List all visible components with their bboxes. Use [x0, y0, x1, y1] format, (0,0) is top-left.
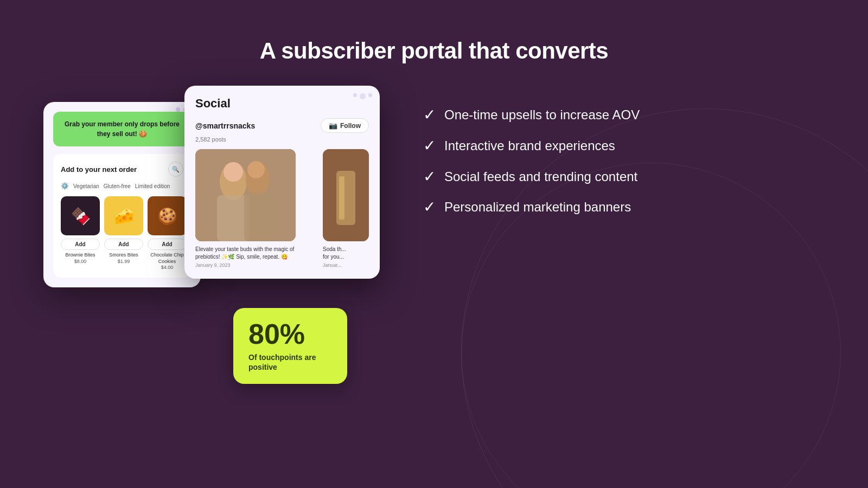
svg-rect-4	[244, 192, 274, 241]
feed-date: January 9, 2023	[195, 262, 318, 268]
feature-text-2: Interactive brand experiences	[444, 138, 615, 154]
social-profile: @smartrrsnacks 📷 Follow	[195, 118, 369, 133]
feature-text-1: One-time upsells to increase AOV	[444, 107, 640, 123]
check-icon-1: ✓	[423, 107, 436, 123]
feed-caption-side: Soda th...for you... Januar...	[323, 246, 369, 268]
brownie-name: Brownie Bites	[61, 252, 100, 259]
social-feed: Elevate your taste buds with the magic o…	[195, 149, 369, 268]
social-dots	[353, 93, 372, 99]
list-item: 🍫 Add Brownie Bites $8.00	[61, 196, 100, 270]
add-cookie-button[interactable]: Add	[148, 239, 187, 250]
brownie-emoji: 🍫	[71, 207, 91, 226]
follow-button[interactable]: 📷 Follow	[321, 118, 369, 133]
filter-icon: ⚙️	[61, 182, 69, 190]
feed-caption-text: Elevate your taste buds with the magic o…	[195, 246, 318, 261]
page-title: A subscriber portal that converts	[0, 0, 868, 64]
brownie-price: $8.00	[61, 259, 100, 264]
smores-price: $1.99	[104, 259, 143, 264]
feature-item-3: ✓ Social feeds and trending content	[423, 169, 825, 185]
add-smores-button[interactable]: Add	[104, 239, 143, 250]
follow-label: Follow	[340, 122, 361, 130]
friends-photo	[195, 149, 296, 241]
add-to-order-section: Add to your next order 🔍 ⚙️ Vegetarian G…	[53, 154, 191, 278]
feature-item-2: ✓ Interactive brand experiences	[423, 138, 825, 154]
soda-photo	[323, 149, 369, 241]
stat-percent: 80%	[248, 320, 332, 348]
social-handle: @smartrrsnacks	[195, 121, 255, 130]
cookie-name: Chocolate Chip Cookies	[148, 252, 187, 265]
add-to-order-header: Add to your next order 🔍	[61, 162, 183, 177]
feature-text-4: Personalized marketing banners	[444, 200, 631, 215]
product-card: Grab your member only drops before they …	[43, 102, 201, 287]
feed-date-side: Januar...	[323, 262, 369, 268]
feed-post-main: Elevate your taste buds with the magic o…	[195, 149, 318, 268]
svg-point-5	[224, 162, 243, 182]
list-item: 🍪 Add Chocolate Chip Cookies $4.00	[148, 196, 187, 270]
feed-caption-side-text: Soda th...for you...	[323, 246, 369, 261]
features-list: ✓ One-time upsells to increase AOV ✓ Int…	[423, 86, 825, 230]
smores-emoji: 🧀	[114, 207, 134, 226]
cookie-image: 🍪	[148, 196, 187, 235]
search-icon: 🔍	[172, 166, 180, 173]
smores-name: Smores Bites	[104, 252, 143, 259]
svg-rect-9	[339, 176, 344, 220]
filter-tabs: ⚙️ Vegetarian Gluten-free Limited editio…	[61, 182, 183, 190]
svg-point-6	[247, 161, 265, 178]
check-icon-2: ✓	[423, 138, 436, 153]
filter-limited-edition[interactable]: Limited edition	[135, 183, 170, 189]
list-item: 🧀 Add Smores Bites $1.99	[104, 196, 143, 270]
instagram-icon: 📷	[329, 121, 337, 130]
add-brownie-button[interactable]: Add	[61, 239, 100, 250]
feature-item-4: ✓ Personalized marketing banners	[423, 200, 825, 215]
cookie-price: $4.00	[148, 265, 187, 270]
main-layout: Grab your member only drops before they …	[0, 64, 868, 368]
filter-vegetarian[interactable]: Vegetarian	[73, 183, 99, 189]
search-button[interactable]: 🔍	[168, 162, 183, 177]
s-dot-2	[360, 93, 366, 99]
stat-description: Of touchpoints are positive	[248, 352, 332, 372]
add-to-order-title: Add to your next order	[61, 165, 137, 174]
posts-count: 2,582 posts	[195, 136, 369, 143]
s-dot-1	[353, 93, 357, 97]
feature-text-3: Social feeds and trending content	[444, 169, 637, 185]
check-icon-3: ✓	[423, 169, 436, 184]
feature-item-1: ✓ One-time upsells to increase AOV	[423, 107, 825, 123]
social-card: Social @smartrrsnacks 📷 Follow 2,582 pos…	[184, 86, 380, 279]
member-drops-banner: Grab your member only drops before they …	[53, 112, 191, 146]
social-card-title: Social	[195, 97, 369, 111]
feed-post-side: Soda th...for you... Januar...	[323, 149, 369, 268]
filter-gluten-free[interactable]: Gluten-free	[104, 183, 131, 189]
brownie-image: 🍫	[61, 196, 100, 235]
smores-image: 🧀	[104, 196, 143, 235]
check-icon-4: ✓	[423, 200, 436, 215]
cookie-emoji: 🍪	[157, 207, 177, 226]
dot-1	[176, 107, 180, 112]
feed-image-main	[195, 149, 296, 241]
stat-card: 80% Of touchpoints are positive	[233, 308, 347, 384]
feed-caption-main: Elevate your taste buds with the magic o…	[195, 246, 318, 268]
feed-image-side	[323, 149, 369, 241]
cards-container: Grab your member only drops before they …	[43, 86, 380, 368]
s-dot-3	[368, 93, 372, 97]
products-grid: 🍫 Add Brownie Bites $8.00 🧀 Add Smores B…	[61, 196, 183, 270]
